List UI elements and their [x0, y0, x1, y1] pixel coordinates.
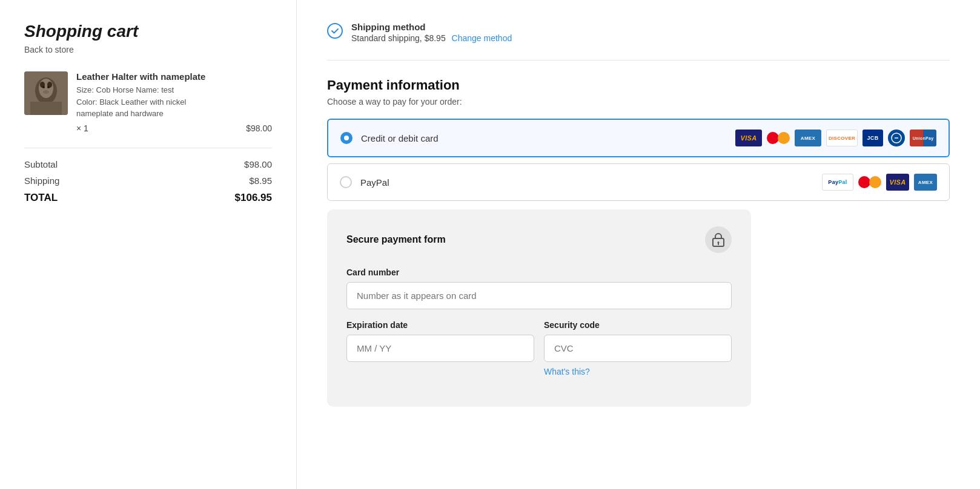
svg-point-6 — [47, 86, 50, 88]
unionpay-icon: UnionPay — [910, 130, 936, 146]
subtotal-value: $98.00 — [244, 159, 272, 169]
security-group: Security code What's this? — [544, 320, 732, 376]
paypal-visa-icon: VISA — [886, 174, 909, 191]
paypal-amex-icon: AMEX — [914, 174, 937, 191]
subtotal-label: Subtotal — [24, 159, 58, 169]
back-to-store-link[interactable]: Back to store — [24, 45, 272, 54]
item-price: $98.00 — [246, 123, 272, 133]
secure-form-title: Secure payment form — [346, 234, 446, 245]
subtotal-row: Subtotal $98.00 — [24, 159, 272, 169]
radio-paypal — [340, 176, 352, 188]
credit-card-icons: VISA AMEX DISCOVER JCB — [735, 130, 936, 146]
paypal-card-icons: PayPal VISA AMEX — [822, 174, 937, 191]
svg-rect-8 — [30, 102, 62, 115]
expiration-input[interactable] — [346, 335, 534, 362]
card-number-group: Card number — [346, 267, 732, 309]
expiration-group: Expiration date — [346, 320, 534, 376]
shipping-method-section: Shipping method Standard shipping, $8.95… — [327, 22, 950, 61]
paypal-badge-icon: PayPal — [822, 174, 853, 191]
expiry-security-row: Expiration date Security code What's thi… — [346, 320, 732, 387]
shipping-label: Shipping — [24, 176, 59, 186]
payment-option-credit[interactable]: Credit or debit card VISA AMEX DISCOVER … — [327, 119, 950, 157]
svg-point-5 — [42, 86, 45, 88]
shipping-info: Shipping method Standard shipping, $8.95… — [351, 22, 512, 43]
paypal-option-label: PayPal — [360, 177, 813, 188]
shipping-method-title: Shipping method — [351, 22, 512, 32]
radio-credit — [340, 132, 353, 144]
diners-icon — [888, 130, 905, 146]
total-label: TOTAL — [24, 192, 58, 204]
left-panel: Shopping cart Back to store Leather — [0, 0, 297, 489]
cart-item-details: Leather Halter with nameplate Size: Cob … — [76, 71, 272, 133]
qty-price-row: × 1 $98.00 — [76, 123, 272, 133]
shipping-check-icon — [327, 23, 343, 39]
amex-icon: AMEX — [795, 130, 821, 146]
product-name: Leather Halter with nameplate — [76, 71, 272, 82]
divider — [24, 148, 272, 148]
security-code-input[interactable] — [544, 335, 732, 362]
payment-option-paypal[interactable]: PayPal PayPal VISA AMEX — [327, 163, 950, 201]
paypal-mc-icon — [858, 174, 881, 191]
right-panel: Shipping method Standard shipping, $8.95… — [297, 0, 980, 489]
svg-point-7 — [43, 90, 49, 94]
visa-icon: VISA — [735, 130, 762, 146]
cart-title: Shopping cart — [24, 22, 272, 41]
discover-icon: DISCOVER — [826, 130, 858, 146]
credit-option-label: Credit or debit card — [361, 133, 727, 143]
card-number-label: Card number — [346, 267, 732, 277]
shipping-row: Shipping $8.95 — [24, 176, 272, 186]
total-value: $106.95 — [235, 192, 272, 204]
jcb-icon: JCB — [862, 130, 883, 146]
whats-this-link[interactable]: What's this? — [544, 367, 590, 376]
product-desc: Size: Cob Horse Name: test Color: Black … — [76, 84, 272, 120]
change-method-link[interactable]: Change method — [452, 33, 512, 43]
product-image — [24, 71, 68, 115]
lock-icon — [705, 226, 732, 253]
shipping-value: $8.95 — [249, 176, 272, 186]
total-row: TOTAL $106.95 — [24, 192, 272, 204]
shipping-method-detail: Standard shipping, $8.95 Change method — [351, 33, 512, 43]
payment-subtitle: Choose a way to pay for your order: — [327, 97, 950, 107]
card-number-input[interactable] — [346, 282, 732, 309]
security-label: Security code — [544, 320, 732, 330]
payment-info-title: Payment information — [327, 77, 950, 93]
svg-point-2 — [39, 79, 53, 98]
mastercard-icon — [767, 130, 790, 146]
cart-item: Leather Halter with nameplate Size: Cob … — [24, 71, 272, 133]
item-qty: × 1 — [76, 123, 88, 133]
expiration-label: Expiration date — [346, 320, 534, 330]
secure-payment-form: Secure payment form Card number Expirati… — [327, 209, 751, 407]
secure-form-header: Secure payment form — [346, 226, 732, 253]
